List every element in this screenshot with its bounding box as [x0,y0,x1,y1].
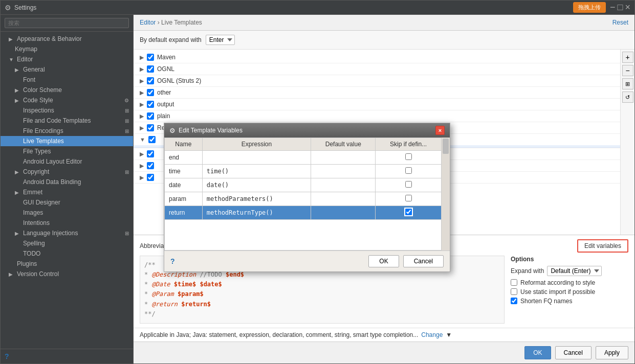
sidebar-item-android-layout-editor[interactable]: Android Layout Editor [1,156,133,167]
expand-with-label: By default expand with [140,36,202,43]
sidebar-item-font[interactable]: Font [1,75,133,85]
sidebar-item-live-templates[interactable]: Live Templates [1,136,133,146]
group-checkbox-g1[interactable] [148,136,156,143]
sidebar-item-file-code-templates[interactable]: File and Code Templates ⊞ [1,116,133,126]
sidebar-item-keymap[interactable]: Keymap [1,44,133,54]
group-name-maven: Maven [157,54,176,61]
group-checkbox-ognl[interactable] [147,65,154,73]
restore-template-btn[interactable]: ↺ [622,92,633,103]
group-checkbox-g2[interactable] [147,150,154,157]
shorten-fq-checkbox[interactable] [511,298,517,304]
sidebar-item-code-style[interactable]: ▶ Code Style ⚙ [1,95,133,105]
modal-cancel-button[interactable]: Cancel [403,255,444,267]
table-row[interactable]: time time() [165,165,442,178]
modal-footer: ? OK Cancel [164,251,450,271]
group-checkbox-ognl-struts2[interactable] [147,77,154,84]
row-default-end [311,151,376,165]
add-template-btn[interactable]: + [622,52,633,63]
col-default: Default value [311,138,376,151]
group-arrow-icon: ▶ [140,125,144,131]
template-group-other: ▶ other [134,87,620,99]
table-row[interactable]: date date() [165,178,442,192]
sidebar-item-emmet[interactable]: ▶ Emmet [1,187,133,197]
group-arrow-icon: ▶ [140,174,144,181]
reset-link[interactable]: Reset [612,19,628,26]
sidebar-item-label: Code Style [23,97,53,104]
cancel-button[interactable]: Cancel [555,346,592,359]
ok-button[interactable]: OK [524,346,551,359]
table-row[interactable]: param methodParameters() [165,192,442,206]
expand-with-options-select[interactable]: Default (Enter) [547,266,602,276]
sidebar-item-spelling[interactable]: Spelling [1,238,133,248]
sidebar-item-language-injections[interactable]: ▶ Language Injections ⊞ [1,228,133,238]
skip-checkbox-end[interactable] [405,153,412,160]
group-checkbox-plain[interactable] [147,112,154,120]
group-checkbox-output[interactable] [147,101,154,108]
help-icon[interactable]: ? [5,352,9,360]
copy-icon: ⊞ [125,169,129,175]
copy-icon: ⊞ [125,231,129,236]
group-checkbox-g4[interactable] [147,174,154,181]
sidebar-item-todo[interactable]: TODO [1,248,133,259]
applicable-text: Applicable in Java; Java: statement, exp… [140,331,418,338]
maximize-button[interactable]: □ [618,2,623,13]
static-import-label: Use static import if possible [520,288,595,295]
breadcrumb-parent[interactable]: Editor [140,19,156,26]
skip-checkbox-time[interactable] [405,167,412,174]
group-checkbox-react[interactable] [147,124,154,131]
sidebar-item-file-encodings[interactable]: File Encodings ⊞ [1,126,133,136]
sidebar: ▶ Appearance & Behavior Keymap ▼ Editor … [1,15,134,363]
sidebar-item-file-types[interactable]: File Types [1,146,133,156]
group-checkbox-g3[interactable] [147,162,154,169]
edit-variables-button[interactable]: Edit variables [577,239,628,253]
modal-help-button[interactable]: ? [170,257,175,265]
modal-scrollbar[interactable] [442,138,450,251]
row-skip-param [376,192,442,206]
change-link[interactable]: Change [421,331,443,338]
sidebar-item-gui-designer[interactable]: GUI Designer [1,197,133,208]
row-skip-time [376,165,442,178]
template-group-ognl: ▶ OGNL [134,63,620,75]
static-import-checkbox[interactable] [511,288,517,295]
skip-checkbox-return[interactable] [405,209,412,215]
sidebar-item-color-scheme[interactable]: ▶ Color Scheme [1,85,133,95]
group-checkbox-maven[interactable] [147,54,154,61]
group-name-ognl-struts2: OGNL (Struts 2) [157,77,201,84]
group-arrow-icon: ▶ [140,78,144,84]
modal-ok-button[interactable]: OK [368,255,399,267]
connect-button[interactable]: 拖拽上传 [573,2,606,13]
expand-with-select[interactable]: Enter [206,35,235,45]
sidebar-item-copyright[interactable]: ▶ Copyright ⊞ [1,167,133,177]
remove-template-btn[interactable]: − [622,65,633,76]
sidebar-item-inspections[interactable]: Inspections ⊞ [1,105,133,116]
edit-template-variables-dialog: ⚙ Edit Template Variables × Name Express… [164,123,450,272]
copy-template-btn[interactable]: ⊞ [622,78,633,89]
sidebar-item-appearance[interactable]: ▶ Appearance & Behavior [1,34,133,44]
sidebar-item-images[interactable]: Images [1,208,133,218]
sidebar-item-general[interactable]: ▶ General [1,64,133,75]
minimize-button[interactable]: − [610,2,616,13]
copy-icon: ⊞ [125,118,129,124]
close-button[interactable]: × [625,2,630,13]
apply-button[interactable]: Apply [596,346,628,359]
table-row[interactable]: end [165,151,442,165]
panel-toolbar: By default expand with Enter [134,31,634,50]
reformat-checkbox[interactable] [511,279,517,286]
sidebar-item-version-control[interactable]: ▶ Version Control [1,269,133,279]
col-skip: Skip if defin... [376,138,442,151]
sidebar-item-label: Language Injections [23,230,78,237]
sidebar-item-editor[interactable]: ▼ Editor [1,54,133,64]
sidebar-item-plugins[interactable]: Plugins [1,259,133,269]
skip-checkbox-date[interactable] [405,181,412,188]
table-row-selected[interactable]: return methodReturnType() [165,206,442,220]
sidebar-item-android-data-binding[interactable]: Android Data Binding [1,177,133,187]
group-arrow-icon: ▶ [140,163,144,169]
skip-checkbox-param[interactable] [405,195,412,201]
row-default-param [311,192,376,206]
settings-icon: ⚙ [124,98,129,103]
modal-close-button[interactable]: × [435,126,445,135]
sidebar-item-intentions[interactable]: Intentions [1,218,133,228]
search-input[interactable] [5,18,129,28]
group-checkbox-other[interactable] [147,89,154,96]
change-arrow: ▼ [446,331,452,338]
